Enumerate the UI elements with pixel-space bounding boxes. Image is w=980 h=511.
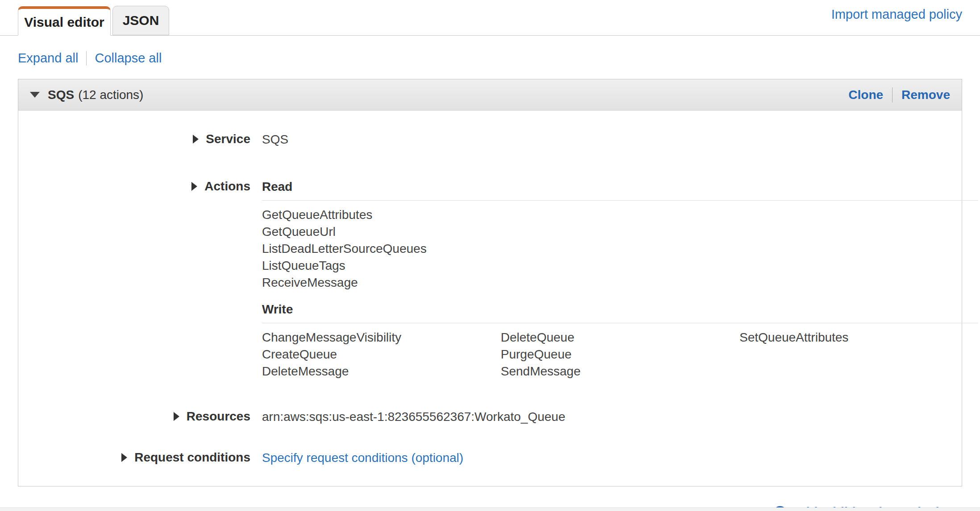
action-column: GetQueueAttributesGetQueueUrlListDeadLet… — [262, 206, 501, 291]
action-item: SendMessage — [501, 363, 739, 380]
actions-count: (12 actions) — [78, 88, 143, 102]
permission-block-body: Service SQS Actions ReadGetQueueAttribut… — [18, 132, 962, 486]
action-item: CreateQueue — [262, 346, 501, 363]
resources-row: Resources arn:aws:sqs:us-east-1:82365556… — [18, 409, 962, 424]
bottom-divider-bar — [0, 507, 980, 511]
specify-request-conditions-link[interactable]: Specify request conditions (optional) — [262, 451, 463, 465]
request-conditions-row-label: Request conditions — [18, 450, 250, 465]
request-conditions-label: Request conditions — [134, 450, 250, 465]
action-item: DeleteQueue — [501, 329, 739, 346]
caret-down-icon — [30, 92, 40, 98]
action-group-heading: Write — [262, 302, 978, 323]
resources-arn-value: arn:aws:sqs:us-east-1:823655562367:Worka… — [262, 409, 962, 424]
toolbar-divider — [86, 51, 87, 66]
action-column: DeleteQueuePurgeQueueSendMessage — [501, 329, 739, 380]
expand-collapse-toolbar: Expand all Collapse all — [18, 51, 980, 66]
request-conditions-value: Specify request conditions (optional) — [262, 450, 962, 466]
action-group-heading: Read — [262, 179, 978, 201]
action-group-columns: ChangeMessageVisibilityCreateQueueDelete… — [262, 329, 978, 380]
action-item: PurgeQueue — [501, 346, 739, 363]
action-column: SetQueueAttributes — [739, 329, 978, 380]
caret-right-icon[interactable] — [121, 453, 127, 462]
clone-button[interactable]: Clone — [848, 88, 883, 102]
service-row-label: Service — [18, 132, 250, 146]
collapse-all-link[interactable]: Collapse all — [95, 51, 162, 66]
action-item: SetQueueAttributes — [739, 329, 978, 346]
action-item: GetQueueUrl — [262, 223, 501, 240]
service-title: SQS — [48, 88, 74, 102]
resources-row-label: Resources — [18, 409, 250, 424]
request-conditions-row: Request conditions Specify request condi… — [18, 450, 962, 466]
action-column: ChangeMessageVisibilityCreateQueueDelete… — [262, 329, 501, 380]
action-group: WriteChangeMessageVisibilityCreateQueueD… — [262, 302, 978, 380]
expand-all-link[interactable]: Expand all — [18, 51, 78, 66]
actions-groups-container: ReadGetQueueAttributesGetQueueUrlListDea… — [262, 179, 980, 380]
caret-right-icon[interactable] — [193, 135, 199, 144]
service-row: Service SQS — [18, 132, 962, 147]
resources-label: Resources — [187, 409, 250, 424]
action-item: ReceiveMessage — [262, 274, 501, 291]
permission-block-actions: Clone Remove — [848, 87, 950, 103]
action-item: ChangeMessageVisibility — [262, 329, 501, 346]
caret-right-icon[interactable] — [174, 412, 179, 421]
action-group: ReadGetQueueAttributesGetQueueUrlListDea… — [262, 179, 978, 291]
header-divider — [892, 87, 893, 103]
tab-json[interactable]: JSON — [112, 6, 169, 35]
action-item: ListQueueTags — [262, 257, 501, 274]
action-group-columns: GetQueueAttributesGetQueueUrlListDeadLet… — [262, 206, 978, 291]
import-managed-policy-link[interactable]: Import managed policy — [831, 7, 962, 22]
action-item: GetQueueAttributes — [262, 206, 501, 223]
action-item: ListDeadLetterSourceQueues — [262, 240, 501, 257]
permission-block-header: SQS (12 actions) Clone Remove — [18, 79, 962, 111]
actions-row-label: Actions — [18, 179, 250, 194]
tab-strip: Visual editor JSON Import managed policy — [0, 0, 980, 36]
tab-visual-editor[interactable]: Visual editor — [18, 6, 111, 36]
remove-button[interactable]: Remove — [901, 88, 950, 102]
service-label: Service — [206, 132, 250, 146]
caret-right-icon[interactable] — [191, 182, 197, 191]
actions-label: Actions — [204, 179, 250, 194]
permission-block-expander[interactable]: SQS (12 actions) — [30, 88, 143, 102]
service-value: SQS — [262, 132, 962, 147]
action-item: DeleteMessage — [262, 363, 501, 380]
permission-block-sqs: SQS (12 actions) Clone Remove Service SQ… — [18, 79, 962, 486]
actions-row: Actions ReadGetQueueAttributesGetQueueUr… — [18, 179, 962, 380]
